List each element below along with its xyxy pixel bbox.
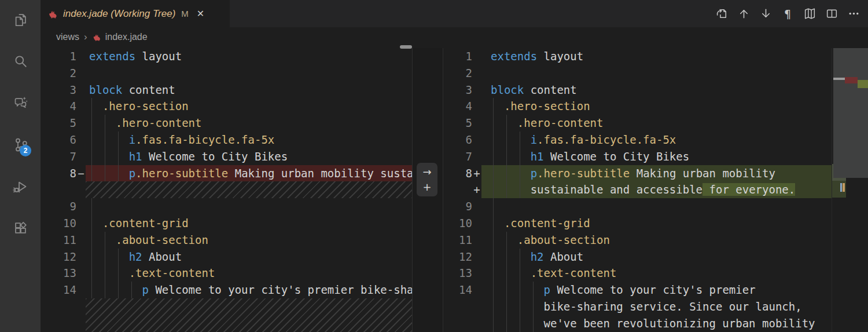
code-content[interactable] bbox=[86, 198, 412, 215]
left-row-line-6[interactable]: 6 i.fas.fa-bicycle.fa-5x bbox=[41, 132, 412, 148]
code-content[interactable]: we've been revolutionizing urban mobilit… bbox=[481, 315, 832, 332]
right-row-line-7[interactable]: 7 h1 Welcome to City Bikes bbox=[443, 148, 832, 165]
code-content[interactable]: .content-grid bbox=[86, 215, 412, 232]
code-content[interactable]: h1 Welcome to City Bikes bbox=[481, 148, 832, 165]
sidebar-item-extensions[interactable] bbox=[12, 219, 29, 236]
line-number[interactable]: 2 bbox=[443, 65, 472, 82]
right-row-line-1[interactable]: 1extends layout bbox=[443, 48, 832, 65]
code-content[interactable]: h2 About bbox=[481, 249, 832, 265]
diff-pane-modified[interactable]: 1extends layout23block content4 .hero-se… bbox=[443, 48, 832, 332]
code-content[interactable]: h1 Welcome to City Bikes bbox=[86, 148, 412, 165]
tab-close-button[interactable]: ✕ bbox=[197, 8, 204, 19]
line-number[interactable]: 6 bbox=[443, 132, 472, 148]
right-row-code-16[interactable]: we've been revolutionizing urban mobilit… bbox=[443, 315, 832, 332]
code-content[interactable] bbox=[481, 198, 832, 215]
left-row-line-7[interactable]: 7 h1 Welcome to City Bikes bbox=[41, 148, 412, 165]
right-row-line-2[interactable]: 2 bbox=[443, 65, 832, 82]
line-number[interactable]: 11 bbox=[41, 232, 76, 249]
line-number[interactable]: 12 bbox=[41, 249, 76, 265]
left-row-line-10[interactable]: 10 .content-grid bbox=[41, 215, 412, 232]
more-actions-button[interactable] bbox=[845, 6, 862, 22]
left-row-line-13[interactable]: 13 .text-content bbox=[41, 265, 412, 282]
left-row-line-12[interactable]: 12 h2 About bbox=[41, 249, 412, 265]
accessible-diff-viewer-button[interactable] bbox=[801, 6, 818, 22]
line-number[interactable]: 10 bbox=[443, 215, 472, 232]
code-content[interactable]: .hero-section bbox=[86, 98, 412, 115]
left-row-line-3[interactable]: 3block content bbox=[41, 82, 412, 98]
right-row-line-11[interactable]: 11 .about-section bbox=[443, 232, 832, 249]
right-row-line-6[interactable]: 6 i.fas.fa-bicycle.fa-5x bbox=[443, 132, 832, 148]
line-number[interactable]: 11 bbox=[443, 232, 472, 249]
right-row-line-9[interactable]: 9 bbox=[443, 198, 832, 215]
line-number[interactable]: 6 bbox=[41, 132, 76, 148]
minimap-slider[interactable] bbox=[833, 48, 868, 178]
sidebar-item-copilot-chat[interactable] bbox=[12, 94, 29, 111]
left-row-line-8[interactable]: 8− p.hero-subtitle Making urban mobility… bbox=[41, 165, 412, 182]
sidebar-item-search[interactable] bbox=[12, 52, 29, 70]
code-content[interactable]: .about-section bbox=[481, 232, 832, 249]
line-number[interactable]: 2 bbox=[41, 65, 76, 82]
code-content[interactable]: bike-sharing service. Since our launch, bbox=[481, 298, 832, 315]
left-row-line-14[interactable]: 14 p Welcome to your city's premier bike… bbox=[41, 282, 412, 298]
code-content[interactable]: i.fas.fa-bicycle.fa-5x bbox=[481, 132, 832, 148]
add-block-button[interactable]: + bbox=[422, 182, 431, 192]
left-row-line-9[interactable]: 9 bbox=[41, 198, 412, 215]
code-content[interactable]: i.fas.fa-bicycle.fa-5x bbox=[86, 132, 412, 148]
right-row-line-13[interactable]: 13 .text-content bbox=[443, 265, 832, 282]
code-content[interactable]: .text-content bbox=[481, 265, 832, 282]
code-content[interactable]: .text-content bbox=[86, 265, 412, 282]
line-number[interactable]: 5 bbox=[443, 115, 472, 132]
code-content[interactable]: p Welcome to your city's premier bbox=[481, 282, 832, 298]
line-number[interactable]: 14 bbox=[443, 282, 472, 298]
code-content[interactable]: p Welcome to your city's premier bike-sh… bbox=[86, 282, 412, 298]
line-number[interactable]: 9 bbox=[443, 198, 472, 215]
left-pane-scrollbar-slider[interactable] bbox=[400, 45, 412, 49]
line-number[interactable]: 8 bbox=[443, 165, 472, 182]
line-number[interactable]: 4 bbox=[41, 98, 76, 115]
go-to-file-button[interactable] bbox=[713, 6, 730, 22]
line-number[interactable]: 9 bbox=[41, 198, 76, 215]
right-row-line-3[interactable]: 3block content bbox=[443, 82, 832, 98]
line-number[interactable]: 12 bbox=[443, 249, 472, 265]
code-content[interactable]: extends layout bbox=[86, 48, 412, 65]
revert-block-button[interactable]: → bbox=[422, 167, 431, 177]
line-number[interactable]: 13 bbox=[443, 265, 472, 282]
sidebar-item-explorer[interactable] bbox=[12, 10, 29, 28]
line-number[interactable]: 7 bbox=[41, 148, 76, 165]
code-content[interactable]: extends layout bbox=[481, 48, 832, 65]
diff-pane-original[interactable]: 1extends layout23block content4 .hero-se… bbox=[41, 48, 412, 332]
sidebar-item-run-debug[interactable] bbox=[12, 178, 29, 195]
code-content[interactable]: h2 About bbox=[86, 249, 412, 265]
left-row-line-5[interactable]: 5 .hero-content bbox=[41, 115, 412, 132]
breadcrumb-file[interactable]: index.jade bbox=[105, 32, 148, 42]
code-content[interactable]: block content bbox=[86, 82, 412, 98]
line-number[interactable]: 8 bbox=[41, 165, 76, 182]
tab-index-jade[interactable]: index.jade (Working Tree) M ✕ bbox=[41, 0, 230, 27]
left-row-line-11[interactable]: 11 .about-section bbox=[41, 232, 412, 249]
previous-change-button[interactable] bbox=[735, 6, 752, 22]
line-number[interactable]: 1 bbox=[443, 48, 472, 65]
code-content[interactable] bbox=[481, 65, 832, 82]
left-row-line-4[interactable]: 4 .hero-section bbox=[41, 98, 412, 115]
code-content[interactable] bbox=[86, 65, 412, 82]
right-row-line-5[interactable]: 5 .hero-content bbox=[443, 115, 832, 132]
code-content[interactable]: .about-section bbox=[86, 232, 412, 249]
next-change-button[interactable] bbox=[757, 6, 774, 22]
code-content[interactable]: p.hero-subtitle Making urban mobility bbox=[481, 165, 832, 182]
show-whitespace-button[interactable]: ¶ bbox=[779, 6, 796, 22]
code-content[interactable]: block content bbox=[481, 82, 832, 98]
split-editor-button[interactable] bbox=[823, 6, 840, 22]
right-row-line-8[interactable]: 8+ p.hero-subtitle Making urban mobility bbox=[443, 165, 832, 182]
code-content[interactable]: .hero-section bbox=[481, 98, 832, 115]
right-row-line-14[interactable]: 14 p Welcome to your city's premier bbox=[443, 282, 832, 298]
code-content[interactable]: .hero-content bbox=[481, 115, 832, 132]
right-row-added-8[interactable]: + sustainable and accessible for everyon… bbox=[443, 181, 832, 198]
left-row-line-2[interactable]: 2 bbox=[41, 65, 412, 82]
left-row-line-1[interactable]: 1extends layout bbox=[41, 48, 412, 65]
right-row-line-12[interactable]: 12 h2 About bbox=[443, 249, 832, 265]
line-number[interactable]: 7 bbox=[443, 148, 472, 165]
line-number[interactable]: 14 bbox=[41, 282, 76, 298]
right-row-code-15[interactable]: bike-sharing service. Since our launch, bbox=[443, 298, 832, 315]
line-number[interactable]: 10 bbox=[41, 215, 76, 232]
line-number[interactable]: 5 bbox=[41, 115, 76, 132]
